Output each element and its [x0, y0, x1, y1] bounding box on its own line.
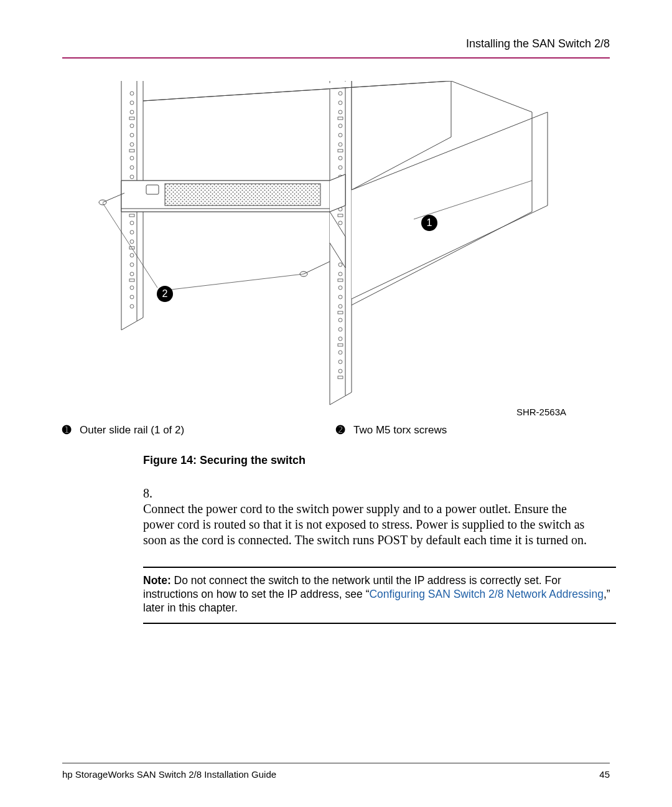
svg-point-43 [338, 156, 342, 160]
footer-title: hp StorageWorks SAN Switch 2/8 Installat… [62, 769, 276, 780]
svg-rect-11 [129, 149, 134, 152]
svg-line-71 [451, 81, 532, 112]
svg-line-80 [304, 262, 330, 274]
svg-point-10 [130, 143, 134, 146]
step-8: 8. Connect the power cord to the switch … [143, 486, 610, 548]
switch-device [121, 174, 345, 268]
svg-point-22 [130, 240, 134, 243]
perforation-pattern [165, 184, 320, 205]
callout-bubble-2: 2 [157, 286, 173, 302]
svg-point-4 [130, 92, 134, 95]
svg-line-81 [103, 203, 157, 288]
svg-point-21 [130, 230, 134, 234]
page-footer: hp StorageWorks SAN Switch 2/8 Installat… [62, 769, 610, 780]
callout-1-icon: ➊ [62, 423, 71, 437]
step-text: Connect the power cord to the switch pow… [143, 501, 591, 548]
step-number: 8. [143, 486, 162, 501]
svg-point-57 [338, 272, 342, 276]
note-link[interactable]: Configuring SAN Switch 2/8 Network Addre… [369, 588, 603, 600]
svg-rect-66 [338, 344, 343, 346]
note-text: Note: Do not connect the switch to the n… [143, 574, 610, 614]
svg-point-30 [130, 304, 134, 308]
note-block: Note: Do not connect the switch to the n… [143, 567, 616, 624]
note-label: Note: [143, 574, 171, 587]
callout-1: ➊ Outer slide rail (1 of 2) [62, 423, 336, 437]
svg-rect-75 [146, 185, 159, 194]
svg-point-64 [338, 328, 342, 331]
svg-line-3 [121, 318, 143, 330]
svg-point-59 [338, 286, 342, 290]
svg-rect-7 [129, 117, 134, 120]
svg-point-26 [130, 272, 134, 276]
svg-point-40 [338, 133, 342, 137]
svg-point-14 [130, 175, 134, 179]
callout-bubble-1: 1 [421, 215, 437, 231]
rack-diagram: 1 2 [62, 81, 610, 417]
svg-point-9 [130, 133, 134, 137]
svg-point-68 [338, 360, 342, 364]
svg-point-5 [130, 101, 134, 105]
callouts-legend: ➊ Outer slide rail (1 of 2) ➋ Two M5 tor… [62, 423, 610, 437]
svg-rect-42 [338, 149, 343, 152]
svg-point-61 [338, 304, 342, 308]
svg-point-12 [130, 156, 134, 160]
svg-point-39 [338, 124, 342, 128]
svg-point-13 [130, 166, 134, 169]
svg-rect-38 [338, 117, 343, 120]
screw-right [300, 262, 330, 276]
footer-rule [62, 763, 610, 763]
note-rule-bottom [143, 623, 616, 624]
svg-point-6 [130, 110, 134, 114]
svg-point-28 [130, 286, 134, 290]
note-rule-top [143, 567, 616, 568]
svg-point-44 [338, 166, 342, 169]
callout-2-text: Two M5 torx screws [353, 424, 447, 437]
figure-caption: Figure 14: Securing the switch [143, 454, 610, 467]
svg-rect-70 [338, 376, 343, 379]
svg-point-8 [130, 124, 134, 128]
figure-code: SHR-2563A [516, 407, 566, 417]
svg-point-24 [130, 253, 134, 257]
svg-point-67 [338, 351, 342, 354]
callout-2-icon: ➋ [336, 423, 345, 437]
svg-rect-62 [338, 311, 343, 314]
page-header: Installing the SAN Switch 2/8 [62, 37, 610, 62]
svg-point-36 [338, 101, 342, 105]
svg-line-82 [171, 274, 304, 290]
svg-rect-50 [338, 214, 343, 217]
svg-text:2: 2 [162, 288, 168, 299]
svg-point-51 [338, 221, 342, 225]
svg-point-60 [338, 295, 342, 299]
svg-rect-27 [129, 279, 134, 281]
svg-point-63 [338, 318, 342, 322]
svg-point-69 [338, 369, 342, 373]
svg-point-20 [130, 221, 134, 225]
svg-rect-58 [338, 279, 343, 281]
svg-line-34 [330, 392, 352, 405]
svg-point-37 [338, 110, 342, 114]
svg-rect-19 [129, 214, 134, 217]
callout-1-text: Outer slide rail (1 of 2) [80, 424, 184, 437]
svg-text:1: 1 [427, 217, 432, 228]
callout-2: ➋ Two M5 torx screws [336, 423, 610, 437]
svg-point-29 [130, 295, 134, 299]
svg-point-35 [338, 92, 342, 95]
header-rule [62, 57, 610, 59]
svg-point-25 [130, 263, 134, 267]
chapter-title: Installing the SAN Switch 2/8 [466, 37, 610, 50]
leader-line-2 [103, 203, 304, 290]
svg-point-41 [338, 143, 342, 146]
page: Installing the SAN Switch 2/8 [0, 0, 672, 807]
svg-point-65 [338, 337, 342, 341]
svg-rect-76 [165, 184, 320, 205]
page-number: 45 [599, 769, 610, 780]
figure-14: 1 2 SHR-2563A [62, 81, 610, 417]
svg-point-56 [338, 263, 342, 267]
